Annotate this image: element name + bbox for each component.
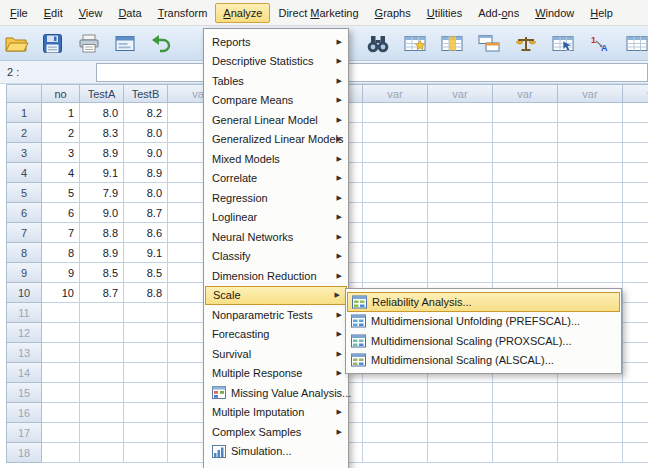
submenu-item-multidimensional-scaling-alscal[interactable]: Multidimensional Scaling (ALSCAL)...	[346, 351, 621, 371]
data-cell[interactable]	[42, 423, 80, 443]
empty-cell[interactable]	[493, 383, 558, 403]
empty-cell[interactable]	[428, 123, 493, 143]
empty-cell[interactable]	[558, 103, 623, 123]
row-header[interactable]: 12	[6, 323, 42, 343]
row-header[interactable]: 13	[6, 343, 42, 363]
data-cell[interactable]	[80, 443, 124, 463]
row-header[interactable]: 17	[6, 423, 42, 443]
menu-item-survival[interactable]: Survival▶	[204, 344, 348, 364]
empty-cell[interactable]	[623, 423, 648, 443]
empty-cell[interactable]	[558, 423, 623, 443]
empty-cell[interactable]	[493, 263, 558, 283]
data-cell[interactable]: 8.0	[124, 183, 168, 203]
weight-cases-button[interactable]	[514, 30, 542, 56]
empty-cell[interactable]	[623, 363, 648, 383]
data-cell[interactable]	[124, 363, 168, 383]
empty-cell[interactable]	[428, 243, 493, 263]
submenu-item-reliability-analysis[interactable]: Reliability Analysis...	[347, 292, 620, 312]
data-cell[interactable]: 8	[42, 243, 80, 263]
data-cell[interactable]: 8.0	[80, 103, 124, 123]
empty-cell[interactable]	[558, 143, 623, 163]
menu-utilities[interactable]: Utilities	[419, 3, 470, 23]
empty-cell[interactable]	[428, 163, 493, 183]
data-cell[interactable]: 9.1	[124, 243, 168, 263]
empty-cell[interactable]	[363, 243, 428, 263]
menu-item-scale[interactable]: Scale▶	[205, 286, 347, 306]
empty-cell[interactable]	[623, 223, 648, 243]
row-header[interactable]: 18	[6, 443, 42, 463]
data-cell[interactable]: 8.9	[80, 243, 124, 263]
row-header[interactable]: 4	[6, 163, 42, 183]
menu-graphs[interactable]: Graphs	[367, 3, 419, 23]
empty-cell[interactable]	[623, 243, 648, 263]
empty-cell[interactable]	[363, 183, 428, 203]
select-cases-button[interactable]	[551, 30, 579, 56]
data-cell[interactable]: 7.9	[80, 183, 124, 203]
empty-cell[interactable]	[428, 403, 493, 423]
row-header[interactable]: 14	[6, 363, 42, 383]
empty-cell[interactable]	[428, 143, 493, 163]
empty-cell[interactable]	[493, 223, 558, 243]
menu-window[interactable]: Window	[527, 3, 582, 23]
menu-item-compare-means[interactable]: Compare Means▶	[204, 91, 348, 111]
empty-cell[interactable]	[428, 183, 493, 203]
save-button[interactable]	[41, 30, 69, 56]
menu-item-neural-networks[interactable]: Neural Networks▶	[204, 227, 348, 247]
data-cell[interactable]	[80, 363, 124, 383]
data-cell[interactable]: 8.7	[80, 283, 124, 303]
menu-item-dimension-reduction[interactable]: Dimension Reduction▶	[204, 266, 348, 286]
row-header[interactable]: 10	[6, 283, 42, 303]
data-cell[interactable]	[42, 323, 80, 343]
menu-item-general-linear-model[interactable]: General Linear Model▶	[204, 110, 348, 130]
empty-cell[interactable]	[363, 263, 428, 283]
menu-item-multiple-response[interactable]: Multiple Response▶	[204, 364, 348, 384]
empty-cell[interactable]	[493, 403, 558, 423]
submenu-item-multidimensional-scaling-proxscal[interactable]: Multidimensional Scaling (PROXSCAL)...	[346, 331, 621, 351]
empty-cell[interactable]	[623, 403, 648, 423]
row-header[interactable]: 11	[6, 303, 42, 323]
empty-cell[interactable]	[363, 443, 428, 463]
data-cell[interactable]	[42, 363, 80, 383]
menu-item-classify[interactable]: Classify▶	[204, 247, 348, 267]
empty-cell[interactable]	[363, 123, 428, 143]
data-cell[interactable]: 1	[42, 103, 80, 123]
empty-cell[interactable]	[623, 183, 648, 203]
empty-cell[interactable]	[363, 103, 428, 123]
empty-cell[interactable]	[493, 163, 558, 183]
empty-cell[interactable]	[558, 123, 623, 143]
var-column-header[interactable]: var	[428, 84, 493, 103]
insert-cases-button[interactable]	[403, 30, 431, 56]
empty-cell[interactable]	[558, 203, 623, 223]
data-cell[interactable]	[42, 383, 80, 403]
row-header[interactable]: 16	[6, 403, 42, 423]
data-cell[interactable]	[42, 343, 80, 363]
data-cell[interactable]: 8.8	[80, 223, 124, 243]
empty-cell[interactable]	[493, 123, 558, 143]
variable-sets-button[interactable]	[625, 30, 648, 56]
empty-cell[interactable]	[623, 163, 648, 183]
empty-cell[interactable]	[363, 383, 428, 403]
open-data-button[interactable]	[5, 30, 33, 56]
empty-cell[interactable]	[623, 103, 648, 123]
data-cell[interactable]: 9	[42, 263, 80, 283]
empty-cell[interactable]	[558, 163, 623, 183]
menu-item-reports[interactable]: Reports▶	[204, 32, 348, 52]
undo-button[interactable]	[149, 30, 177, 56]
value-labels-button[interactable]: 1A	[588, 30, 616, 56]
menu-item-descriptive-statistics[interactable]: Descriptive Statistics▶	[204, 52, 348, 72]
data-cell[interactable]: 9.0	[80, 203, 124, 223]
empty-cell[interactable]	[558, 243, 623, 263]
submenu-item-multidimensional-unfolding-prefscal[interactable]: Multidimensional Unfolding (PREFSCAL)...	[346, 312, 621, 332]
data-cell[interactable]: 8.5	[124, 263, 168, 283]
empty-cell[interactable]	[428, 203, 493, 223]
empty-cell[interactable]	[363, 423, 428, 443]
data-cell[interactable]	[124, 323, 168, 343]
menu-data[interactable]: Data	[110, 3, 149, 23]
row-header[interactable]: 8	[6, 243, 42, 263]
var-column-header[interactable]: var	[493, 84, 558, 103]
data-cell[interactable]	[124, 343, 168, 363]
empty-cell[interactable]	[428, 383, 493, 403]
empty-cell[interactable]	[363, 143, 428, 163]
empty-cell[interactable]	[623, 383, 648, 403]
empty-cell[interactable]	[493, 423, 558, 443]
